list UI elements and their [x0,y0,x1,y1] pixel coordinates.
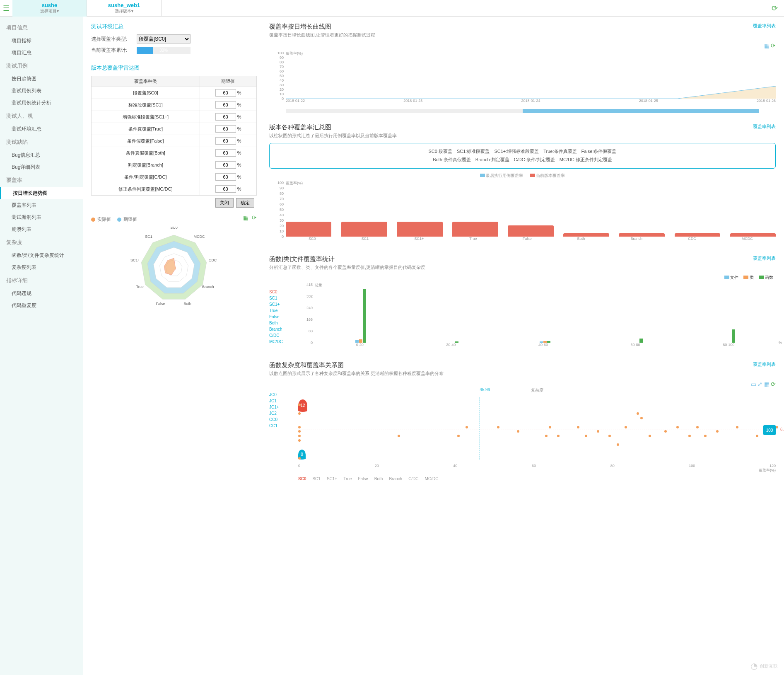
table-icon[interactable]: ▦ [243,214,248,221]
side-tab[interactable]: Branch [269,326,283,332]
side-tab[interactable]: Both [269,320,283,326]
row-name: 条件真假覆盖[Both] [92,147,200,159]
svg-text:True: True [136,285,144,289]
refresh-icon[interactable]: ⟳ [771,42,776,49]
nav-item[interactable]: Bug详细列表 [0,161,83,173]
refresh-icon[interactable]: ⟳ [252,214,257,221]
expect-input[interactable] [215,101,236,109]
refresh-icon[interactable]: ⟳ [771,381,776,387]
side-tab[interactable]: JC1 [269,398,279,404]
tab-title: sushe [42,2,58,8]
expect-input[interactable] [215,113,236,121]
side-tab[interactable]: SC1+ [269,301,283,307]
type-label: 选择覆盖率类型: [91,36,137,43]
svg-text:MCDC: MCDC [194,235,205,239]
scatter-tab[interactable]: False [358,477,368,481]
scatter-point [497,426,499,428]
scatter-block: 函数复杂度和覆盖率关系图 以散点图的形式展示了各种复杂度和覆盖率的关系,更清晰的… [269,361,776,481]
scatter-tab[interactable]: MC/DC [425,477,439,481]
expect-input[interactable] [215,149,236,157]
expect-input[interactable] [215,89,236,97]
expect-input[interactable] [215,125,236,133]
scatter-point [688,435,691,437]
project-tab-2[interactable]: sushe_web1 选择版本▾ [87,0,162,17]
scatter-tabs: SC0SC1SC1+TrueFalseBothBranchC/DCMC/DC [269,477,776,481]
scatter-tab[interactable]: SC0 [298,477,306,481]
scatter-point [704,435,707,437]
nav-item[interactable]: 测试用例统计分析 [0,97,83,109]
scatter-tab[interactable]: Branch [389,477,402,481]
chart-desc: 分析汇总了函数、类、文件的各个覆盖率量度值,更清晰的掌握目的代码复杂度 [269,264,425,271]
side-tab[interactable]: CC1 [269,423,279,429]
coverage-list-link[interactable]: 覆盖率列表 [753,123,776,130]
table-icon[interactable]: ▦ [764,42,770,49]
scatter-tab[interactable]: SC1+ [327,477,337,481]
nav-item[interactable]: 崩溃列表 [0,223,83,235]
cumul-label: 当前覆盖率累计: [91,47,137,54]
project-tab-1[interactable]: sushe 选择项目▾ [12,0,87,17]
side-tab[interactable]: C/DC [269,332,283,339]
close-button[interactable]: 关闭 [215,198,234,208]
svg-text:SC0: SC0 [170,227,178,230]
legend-box: SC0:段覆盖 SC1:标准段覆盖 SC1+:增强标准段覆盖 True:条件真覆… [269,143,776,169]
expect-input[interactable] [215,137,236,145]
scatter-tab[interactable]: Both [374,477,383,481]
tab-sub: 选择项目▾ [40,8,59,14]
nav-item[interactable]: 函数/类/文件复杂度统计 [0,249,83,261]
table-icon[interactable]: ▦ [764,381,770,387]
nav-item[interactable]: 项目指标 [0,35,83,47]
legend-item: 期望值 [117,216,137,223]
scatter-point [776,426,778,428]
nav-item[interactable]: 复杂度列表 [0,261,83,273]
th-type: 覆盖率种类 [92,76,200,87]
nav-item[interactable]: 按日增长趋势图 [0,187,83,199]
row-name: 条件假覆盖[False] [92,135,200,147]
scatter-tab[interactable]: SC1 [312,477,320,481]
expect-input[interactable] [215,173,236,181]
side-tab[interactable]: CC0 [269,416,279,423]
bar [397,222,442,237]
side-tab[interactable]: SC1 [269,295,283,301]
side-tab[interactable]: JC1+ [269,404,279,410]
nav-item[interactable]: 覆盖率列表 [0,199,83,211]
side-tab[interactable]: True [269,307,283,314]
nav-item[interactable]: 按日趋势图 [0,73,83,85]
scatter-point [549,426,551,428]
expect-input[interactable] [215,161,236,169]
side-tab[interactable]: False [269,314,283,320]
coverage-list-link[interactable]: 覆盖率列表 [753,361,776,368]
confirm-button[interactable]: 确定 [236,198,254,208]
coverage-list-link[interactable]: 覆盖率列表 [753,23,776,29]
nav-item[interactable]: 测试用例列表 [0,85,83,97]
side-tab[interactable]: MC/DC [269,339,283,345]
scatter-point [298,439,301,442]
coverage-type-select[interactable]: 段覆盖[SC0] [137,34,191,44]
zoom-icon[interactable]: ⤢ [757,381,762,387]
side-tab[interactable]: JC0 [269,392,279,398]
scatter-tab[interactable]: C/DC [408,477,418,481]
scatter-tab[interactable]: True [343,477,352,481]
chart-desc: 覆盖率按日增长曲线图,让管理者更好的把握测试过程 [269,32,375,38]
range-slider[interactable] [286,109,759,113]
nav-item[interactable]: 测试漏洞列表 [0,211,83,223]
refresh-icon[interactable]: ⟳ [772,4,778,13]
side-tab[interactable]: JC2 [269,410,279,416]
chart-title: 版本各种覆盖率汇总图 [269,123,397,131]
nav-group: 复杂度 [0,235,83,249]
expect-input[interactable] [215,185,236,193]
nav-item[interactable]: Bug信息汇总 [0,149,83,161]
menu-icon[interactable]: ☰ [0,0,12,17]
nav-item[interactable]: 代码违规 [0,288,83,300]
histo-bar [363,289,366,343]
scatter-point [625,426,627,428]
bar [619,233,664,236]
nav-item[interactable]: 项目汇总 [0,47,83,59]
nav-item[interactable]: 代码重复度 [0,300,83,312]
coverage-list-link[interactable]: 覆盖率列表 [753,255,776,261]
nav-item[interactable]: 测试环境汇总 [0,123,83,135]
scatter-point [577,426,579,428]
side-tab[interactable]: SC0 [269,289,283,295]
chart-desc: 以散点图的形式展示了各种复杂度和覆盖率的关系,更清晰的掌握各种程度覆盖率的分布 [269,370,444,377]
scatter-point [298,404,301,406]
select-icon[interactable]: ▭ [751,381,756,387]
